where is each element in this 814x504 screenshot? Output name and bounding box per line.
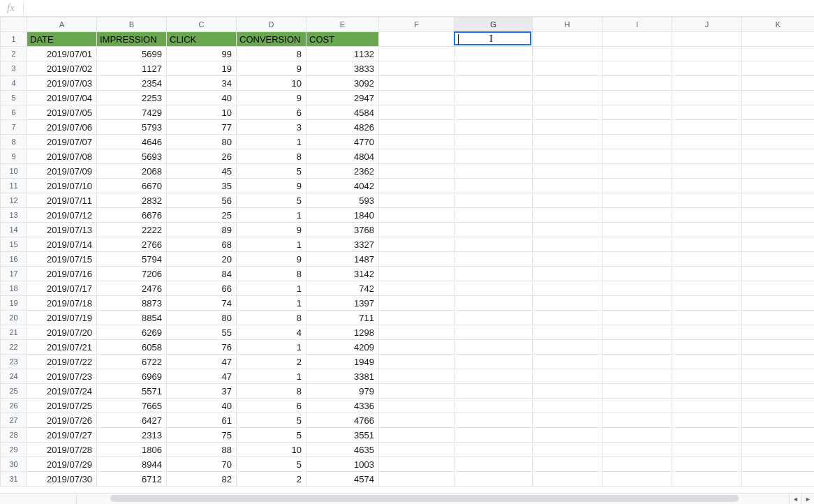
cell-F24[interactable]: [379, 369, 454, 384]
cell-C13[interactable]: 25: [167, 208, 237, 223]
cell-H2[interactable]: [533, 47, 602, 61]
cell-D29[interactable]: 10: [237, 443, 306, 457]
cell-H5[interactable]: [533, 91, 602, 105]
cell-I16[interactable]: [602, 252, 672, 267]
cell-D6[interactable]: 6: [237, 105, 306, 120]
cell-G27[interactable]: [454, 413, 533, 428]
cell-I10[interactable]: [602, 164, 672, 179]
cell-H17[interactable]: [533, 267, 602, 281]
cell-K29[interactable]: [742, 443, 815, 457]
cell-H22[interactable]: [533, 340, 602, 355]
row-header-20[interactable]: 20: [1, 311, 27, 325]
cell-J2[interactable]: [672, 47, 742, 61]
cell-A14[interactable]: 2019/07/13: [27, 223, 97, 237]
cell-I5[interactable]: [602, 91, 672, 105]
cell-C25[interactable]: 37: [167, 384, 237, 399]
cell-E26[interactable]: 4336: [306, 399, 379, 413]
cell-J9[interactable]: [672, 149, 742, 164]
cell-F18[interactable]: [379, 281, 454, 296]
cell-B8[interactable]: 4646: [97, 135, 167, 149]
cell-D10[interactable]: 5: [237, 164, 306, 179]
cell-F4[interactable]: [379, 76, 454, 91]
cell-H4[interactable]: [533, 76, 602, 91]
cell-H10[interactable]: [533, 164, 602, 179]
cell-K19[interactable]: [742, 296, 815, 311]
cell-E13[interactable]: 1840: [306, 208, 379, 223]
cell-J31[interactable]: [672, 472, 742, 487]
cell-D23[interactable]: 2: [237, 355, 306, 369]
cell-I3[interactable]: [602, 61, 672, 76]
cell-H14[interactable]: [533, 223, 602, 237]
cell-I30[interactable]: [602, 457, 672, 472]
column-header-K[interactable]: K: [742, 17, 815, 32]
cell-C2[interactable]: 99: [167, 47, 237, 61]
column-header-C[interactable]: C: [167, 17, 237, 32]
cell-A17[interactable]: 2019/07/16: [27, 267, 97, 281]
cell-F3[interactable]: [379, 61, 454, 76]
cell-I7[interactable]: [602, 120, 672, 135]
cell-B13[interactable]: 6676: [97, 208, 167, 223]
cell-I15[interactable]: [602, 237, 672, 252]
column-header-I[interactable]: I: [602, 17, 672, 32]
cell-F26[interactable]: [379, 399, 454, 413]
cell-E29[interactable]: 4635: [306, 443, 379, 457]
cell-K21[interactable]: [742, 325, 815, 340]
cell-C20[interactable]: 80: [167, 311, 237, 325]
cell-C5[interactable]: 40: [167, 91, 237, 105]
hscroll-track[interactable]: [77, 494, 789, 504]
cell-F10[interactable]: [379, 164, 454, 179]
cell-G23[interactable]: [454, 355, 533, 369]
cell-I14[interactable]: [602, 223, 672, 237]
cell-B24[interactable]: 6969: [97, 369, 167, 384]
cell-H28[interactable]: [533, 428, 602, 443]
cell-B2[interactable]: 5699: [97, 47, 167, 61]
cell-E5[interactable]: 2947: [306, 91, 379, 105]
cell-D24[interactable]: 1: [237, 369, 306, 384]
cell-E22[interactable]: 4209: [306, 340, 379, 355]
cell-H23[interactable]: [533, 355, 602, 369]
cell-G22[interactable]: [454, 340, 533, 355]
row-header-15[interactable]: 15: [1, 237, 27, 252]
cell-J14[interactable]: [672, 223, 742, 237]
cell-G2[interactable]: [454, 47, 533, 61]
cell-I31[interactable]: [602, 472, 672, 487]
cell-D30[interactable]: 5: [237, 457, 306, 472]
cell-H6[interactable]: [533, 105, 602, 120]
cell-K22[interactable]: [742, 340, 815, 355]
cell-H11[interactable]: [533, 179, 602, 193]
hscroll-right-arrow[interactable]: ►: [801, 494, 814, 504]
cell-D25[interactable]: 8: [237, 384, 306, 399]
row-header-19[interactable]: 19: [1, 296, 27, 311]
row-header-24[interactable]: 24: [1, 369, 27, 384]
cell-F27[interactable]: [379, 413, 454, 428]
cell-H30[interactable]: [533, 457, 602, 472]
cell-G26[interactable]: [454, 399, 533, 413]
cell-E11[interactable]: 4042: [306, 179, 379, 193]
cell-C16[interactable]: 20: [167, 252, 237, 267]
cell-E4[interactable]: 3092: [306, 76, 379, 91]
row-header-25[interactable]: 25: [1, 384, 27, 399]
cell-D17[interactable]: 8: [237, 267, 306, 281]
cell-K17[interactable]: [742, 267, 815, 281]
cell-H3[interactable]: [533, 61, 602, 76]
row-header-14[interactable]: 14: [1, 223, 27, 237]
cell-A6[interactable]: 2019/07/05: [27, 105, 97, 120]
row-header-30[interactable]: 30: [1, 457, 27, 472]
cell-A10[interactable]: 2019/07/09: [27, 164, 97, 179]
cell-H21[interactable]: [533, 325, 602, 340]
cell-J21[interactable]: [672, 325, 742, 340]
cell-I19[interactable]: [602, 296, 672, 311]
cell-F28[interactable]: [379, 428, 454, 443]
cell-H18[interactable]: [533, 281, 602, 296]
cell-B12[interactable]: 2832: [97, 193, 167, 208]
cell-D16[interactable]: 9: [237, 252, 306, 267]
cell-E28[interactable]: 3551: [306, 428, 379, 443]
row-header-16[interactable]: 16: [1, 252, 27, 267]
cell-K10[interactable]: [742, 164, 815, 179]
cell-C30[interactable]: 70: [167, 457, 237, 472]
column-header-E[interactable]: E: [306, 17, 379, 32]
cell-C21[interactable]: 55: [167, 325, 237, 340]
cell-C7[interactable]: 77: [167, 120, 237, 135]
cell-E14[interactable]: 3768: [306, 223, 379, 237]
cell-A21[interactable]: 2019/07/20: [27, 325, 97, 340]
